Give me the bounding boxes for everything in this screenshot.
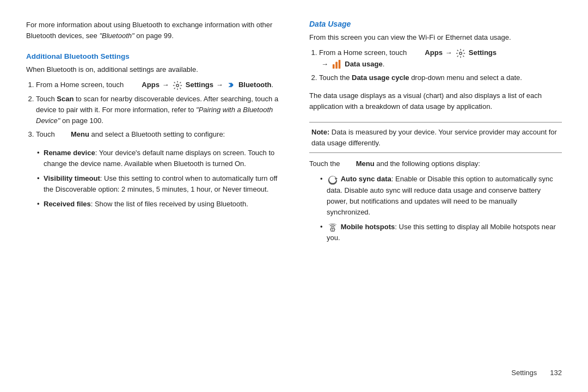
page-footer: Settings 132 [511,369,562,377]
autosync-icon [328,175,338,185]
svg-rect-2 [333,64,335,69]
footer-section: Settings [511,369,537,377]
menu-intro-right: Touch the Menu and the following options… [309,158,562,169]
left-column: For more information about using Bluetoo… [26,20,287,372]
left-steps-list: From a Home screen, touch Apps → Setting… [36,79,279,143]
svg-point-1 [460,52,462,54]
additional-bluetooth-heading: Additional Bluetooth Settings [26,52,279,60]
section-intro: When Bluetooth is on, additional setting… [26,64,279,75]
intro-text: For more information about using Bluetoo… [26,20,279,41]
footer-page: 132 [550,369,562,377]
bluetooth-label: Bluetooth [238,81,272,89]
left-step-2: Touch Scan to scan for nearby discoverab… [36,94,279,126]
hotspot-icon [328,223,338,232]
page: For more information about using Bluetoo… [0,0,588,392]
bullet-rename: Rename device: Your device's default nam… [37,148,279,169]
right-step-1: From a Home screen, touch Apps → Setting… [319,47,562,70]
apps-icon [127,80,138,91]
left-bullets-list: Rename device: Your device's default nam… [37,148,279,214]
apps-label: Apps [142,81,160,89]
bullet-visibility: Visibility timeout: Use this setting to … [37,173,279,195]
menu-icon-right [343,161,353,168]
datausage-icon [332,59,342,69]
note-text: Data is measured by your device. Your se… [311,128,557,147]
right-bullets-list: Auto sync data: Enable or Disable this o… [320,174,562,247]
data-usage-intro: From this screen you can view the Wi-Fi … [309,32,562,43]
chart-note: The data usage displays as a visual (cha… [309,90,562,112]
settings-label: Settings [186,81,213,89]
bullet-received-files: Received files: Show the list of files r… [37,199,279,210]
left-step-1: From a Home screen, touch Apps → Setting… [36,79,279,91]
settings-icon-right [456,48,465,58]
svg-rect-3 [335,62,338,69]
left-step-3: Touch Menu and select a Bluetooth settin… [36,129,279,140]
bullet-autosync: Auto sync data: Enable or Disable this o… [320,174,562,218]
svg-point-0 [176,84,179,87]
data-usage-heading: Data Usage [309,20,562,28]
menu-icon [58,131,68,139]
settings-icon [173,81,182,90]
right-steps-list: From a Home screen, touch Apps → Setting… [319,47,562,86]
apps-icon-right [411,48,421,59]
note-box: Note: Data is measured by your device. Y… [309,122,562,153]
note-label: Note: [311,128,329,136]
right-step-2: Touch the Data usage cycle drop-down men… [319,72,562,83]
bluetooth-icon [226,81,235,90]
bullet-hotspot: Mobile hotspots: Use this setting to dis… [320,222,562,243]
svg-rect-4 [338,60,340,69]
right-column: Data Usage From this screen you can view… [305,20,562,372]
